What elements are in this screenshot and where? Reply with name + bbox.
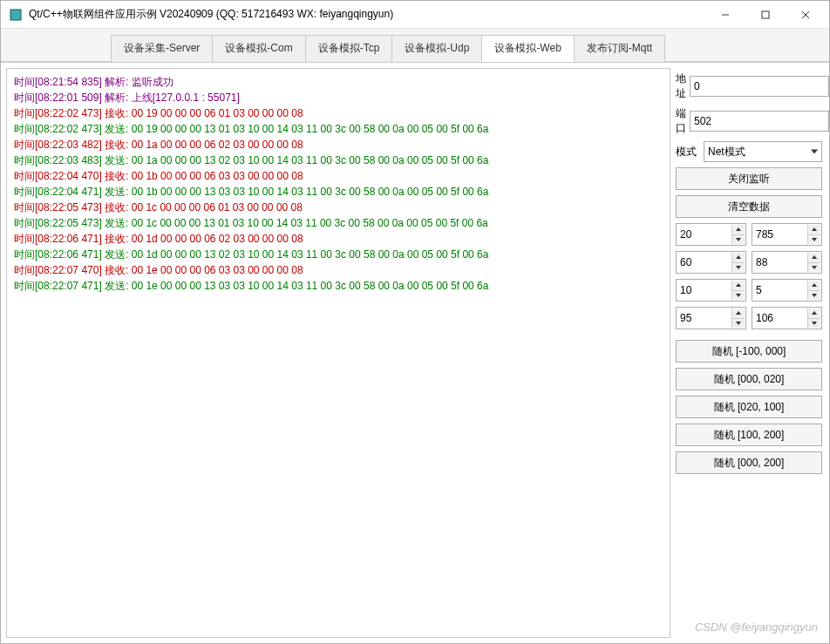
titlebar: Qt/C++物联网组件应用示例 V20240909 (QQ: 517216493… (1, 1, 829, 29)
side-panel: 地址 端口 模式 Net模式 关闭监听 清空数据 207856088105951… (674, 68, 824, 638)
log-line: 时间[08:22:07 471] 发送: 00 1e 00 00 00 13 0… (14, 278, 663, 294)
random-button-2[interactable]: 随机 [020, 100] (676, 396, 822, 418)
tab-bar: 设备采集-Server设备模拟-Com设备模拟-Tcp设备模拟-Udp设备模拟-… (111, 34, 824, 61)
spin-down-button[interactable] (731, 263, 745, 273)
log-line: 时间[08:22:03 483] 发送: 00 1a 00 00 00 13 0… (14, 153, 663, 168)
log-line: 时间[08:22:02 473] 接收: 00 19 00 00 00 06 0… (14, 105, 663, 121)
spin-buttons (731, 253, 745, 272)
tab-0[interactable]: 设备采集-Server (111, 35, 213, 62)
spin-3-a[interactable]: 95 (676, 307, 746, 329)
spin-row-0: 20785 (676, 223, 822, 246)
spin-value: 95 (680, 312, 730, 324)
minimize-button[interactable] (705, 2, 745, 28)
log-line: 时间[08:21:54 835] 解析: 监听成功 (14, 74, 663, 90)
log-line: 时间[08:22:04 470] 接收: 00 1b 00 00 00 06 0… (14, 168, 663, 184)
spin-value: 785 (756, 228, 806, 241)
spin-2-a[interactable]: 10 (676, 279, 746, 302)
log-line: 时间[08:22:07 470] 接收: 00 1e 00 00 00 06 0… (14, 262, 663, 278)
spin-row-3: 95106 (676, 307, 822, 329)
log-line: 时间[08:22:06 471] 发送: 00 1d 00 00 00 13 0… (14, 247, 663, 262)
tab-4[interactable]: 设备模拟-Web (481, 35, 574, 62)
spin-buttons (731, 308, 745, 328)
mode-label: 模式 (676, 145, 700, 159)
log-line: 时间[08:22:06 471] 接收: 00 1d 00 00 00 06 0… (14, 231, 663, 247)
spin-up-button[interactable] (807, 281, 820, 291)
spin-down-button[interactable] (807, 235, 820, 245)
spin-buttons (807, 281, 820, 300)
app-window: Qt/C++物联网组件应用示例 V20240909 (QQ: 517216493… (0, 0, 830, 644)
spin-down-button[interactable] (731, 235, 745, 245)
tab-2[interactable]: 设备模拟-Tcp (305, 35, 393, 62)
spin-0-a[interactable]: 20 (676, 223, 746, 246)
log-line: 时间[08:22:05 473] 发送: 00 1c 00 00 00 13 0… (14, 215, 663, 231)
port-label: 端口 (676, 106, 686, 136)
tab-5[interactable]: 发布订阅-Mqtt (574, 35, 665, 62)
spin-value: 10 (680, 284, 730, 296)
stop-listen-button[interactable]: 关闭监听 (676, 167, 822, 190)
spin-down-button[interactable] (731, 319, 745, 329)
log-panel[interactable]: 时间[08:21:54 835] 解析: 监听成功时间[08:22:01 509… (6, 68, 670, 638)
spin-buttons (807, 253, 820, 272)
content-area: 时间[08:21:54 835] 解析: 监听成功时间[08:22:01 509… (1, 62, 829, 643)
spin-buttons (731, 225, 745, 244)
spin-up-button[interactable] (807, 253, 820, 263)
spin-up-button[interactable] (731, 281, 745, 291)
spin-down-button[interactable] (807, 291, 820, 301)
spin-2-b[interactable]: 5 (752, 279, 822, 302)
tab-bar-area: 设备采集-Server设备模拟-Com设备模拟-Tcp设备模拟-Udp设备模拟-… (1, 29, 829, 62)
random-button-3[interactable]: 随机 [100, 200] (676, 424, 822, 446)
spin-value: 5 (756, 284, 806, 296)
spin-1-b[interactable]: 88 (752, 251, 822, 274)
spin-3-b[interactable]: 106 (752, 307, 822, 329)
clear-data-button[interactable]: 清空数据 (676, 195, 822, 218)
random-button-1[interactable]: 随机 [000, 020] (676, 368, 822, 390)
spin-value: 60 (680, 256, 730, 268)
spin-up-button[interactable] (807, 225, 820, 235)
spin-value: 20 (680, 228, 730, 241)
spin-up-button[interactable] (731, 225, 745, 235)
mode-select[interactable]: Net模式 (704, 141, 822, 162)
spin-0-b[interactable]: 785 (752, 223, 822, 246)
spin-up-button[interactable] (807, 308, 820, 319)
port-input[interactable] (690, 111, 829, 132)
window-title: Qt/C++物联网组件应用示例 V20240909 (QQ: 517216493… (29, 7, 705, 22)
tab-3[interactable]: 设备模拟-Udp (391, 35, 482, 62)
tab-1[interactable]: 设备模拟-Com (212, 35, 305, 62)
maximize-button[interactable] (745, 2, 786, 28)
spin-value: 88 (756, 256, 806, 268)
spin-buttons (731, 281, 745, 300)
window-controls (705, 2, 826, 28)
spin-1-a[interactable]: 60 (676, 251, 746, 274)
spin-up-button[interactable] (731, 253, 745, 263)
log-line: 时间[08:22:01 509] 解析: 上线[127.0.0.1 : 5507… (14, 90, 663, 105)
addr-label: 地址 (676, 71, 686, 101)
log-line: 时间[08:22:04 471] 发送: 00 1b 00 00 00 13 0… (14, 184, 663, 200)
svg-rect-2 (762, 11, 769, 18)
spin-buttons (807, 225, 820, 244)
addr-input[interactable] (690, 76, 829, 97)
spin-down-button[interactable] (731, 291, 745, 301)
log-line: 时间[08:22:02 473] 发送: 00 19 00 00 00 13 0… (14, 121, 663, 137)
spin-up-button[interactable] (731, 308, 745, 319)
spin-buttons (807, 308, 820, 328)
close-button[interactable] (786, 2, 826, 28)
spin-down-button[interactable] (807, 263, 820, 273)
random-button-0[interactable]: 随机 [-100, 000] (676, 340, 822, 363)
spin-row-2: 105 (676, 279, 822, 302)
chevron-down-icon (811, 150, 818, 154)
log-line: 时间[08:22:05 473] 接收: 00 1c 00 00 00 06 0… (14, 200, 663, 215)
spin-row-1: 6088 (676, 251, 822, 274)
log-line: 时间[08:22:03 482] 接收: 00 1a 00 00 00 06 0… (14, 137, 663, 153)
app-icon (10, 9, 22, 21)
svg-rect-0 (10, 10, 21, 20)
spin-value: 106 (756, 312, 806, 324)
spin-group: 20785608810595106 (676, 223, 822, 335)
random-button-group: 随机 [-100, 000]随机 [000, 020]随机 [020, 100]… (676, 340, 822, 479)
mode-select-value: Net模式 (708, 145, 745, 159)
random-button-4[interactable]: 随机 [000, 200] (676, 451, 822, 474)
spin-down-button[interactable] (807, 319, 820, 329)
